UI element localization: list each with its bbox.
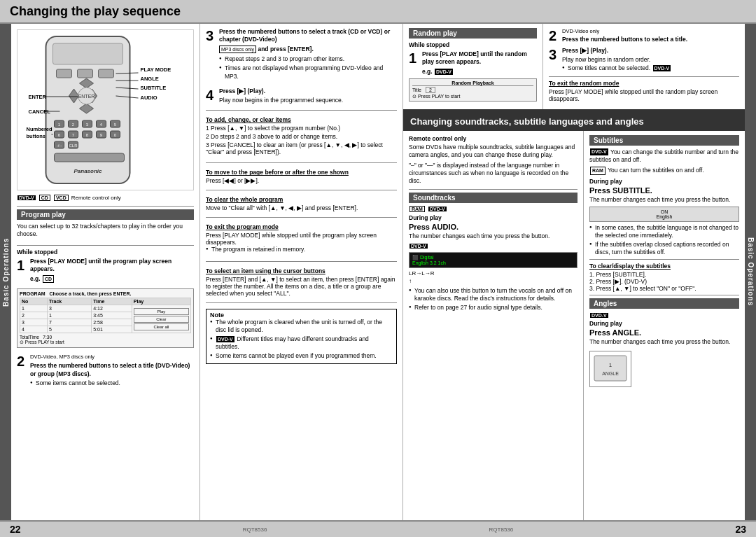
- dvd-v-eg-badge: DVD-V: [435, 69, 453, 75]
- sub-section-4: To exit the program mode Press [PLAY MOD…: [206, 223, 397, 255]
- audio-bullet: You can also use this button to turn the…: [409, 287, 578, 302]
- format-badges: DVD-V CD VCD Remote control only: [17, 195, 194, 201]
- table-row-1: 134:12 Play Clear Clear all: [20, 305, 191, 312]
- press-play-label: ⊙ Press PLAY to start: [20, 340, 191, 345]
- audio-diagram-2: ↑: [409, 278, 578, 284]
- svg-rect-4: [99, 69, 114, 78]
- step-1: 1 Press [PLAY MODE] until the program pl…: [17, 258, 194, 283]
- sub2-title: To move to the page before or after the …: [206, 169, 397, 176]
- note-box: Note The whole program is cleared when t…: [206, 309, 397, 364]
- svg-text:ENTER: ENTER: [78, 94, 95, 99]
- step-1-text: Press [PLAY MODE] until the program play…: [30, 258, 172, 272]
- step-2: 2 DVD-Video, MP3 discs only Press the nu…: [17, 354, 194, 389]
- sub1-step-1: 1 Press [▲, ▼] to select the program num…: [206, 125, 397, 132]
- divider-1: [17, 206, 194, 207]
- soundtracks-badges: RAM DVD-V: [409, 206, 578, 212]
- sub-section-3: To clear the whole program Move to "Clea…: [206, 196, 397, 211]
- sub1-1-text: Press [▲, ▼] to select the program numbe…: [211, 125, 340, 132]
- random-step-3-text: Press [▶] (Play).: [562, 47, 608, 54]
- cell-time-2: 3:45: [92, 312, 132, 319]
- during-play-sub: During play: [589, 178, 739, 185]
- step-1-eg: e.g. CD: [30, 275, 194, 283]
- svg-rect-3: [78, 69, 93, 78]
- random-step-3: 3 Press [▶] (Play). Play now begins in r…: [549, 47, 739, 74]
- col-btn: Play: [132, 298, 190, 305]
- random-step-3-num: 3: [549, 47, 560, 74]
- step-4: 4 Press [▶] (Play). Play now begins in t…: [206, 88, 397, 105]
- col-time: Time: [92, 298, 132, 305]
- subtitles-dvd-row: DVD-V You can change the subtitle number…: [589, 148, 739, 165]
- dvd-v-badge-step3: DVD-V: [653, 65, 671, 71]
- angle-svg: 1 ANGLE: [593, 354, 628, 382]
- sub5-title: To select an item using the cursor butto…: [206, 267, 397, 274]
- sub4-bullet: The program is retained in memory.: [206, 246, 397, 253]
- subtitle-visual: ON English: [589, 207, 739, 222]
- note-2: DVD-V Different titles may have differen…: [210, 335, 393, 351]
- cell-track-3: 7: [47, 319, 91, 326]
- subtitle-note: The number changes each time you press t…: [589, 196, 739, 204]
- rct-code-left: RQT8536: [243, 526, 267, 533]
- svg-rect-23: [55, 153, 125, 162]
- random-step-1-num: 1: [409, 50, 420, 76]
- remote-only-label: Remote control only: [71, 195, 121, 201]
- divider-middle-6: [206, 302, 397, 303]
- col-right: Random play While stopped 1 Press [PLAY …: [403, 24, 745, 520]
- svg-text:CANCEL: CANCEL: [29, 109, 51, 115]
- col-no: No: [20, 298, 48, 305]
- divider-middle-5: [206, 261, 397, 262]
- page-number-right: 23: [735, 524, 746, 535]
- audio-line1: ⬛ Digital: [412, 255, 574, 260]
- sub5-text: Press [ENTER] and [▲, ▼] to select an it…: [206, 276, 397, 297]
- clear-subtitle-2-text: 2. Press [▶]. (DVD-V): [589, 278, 647, 285]
- cell-track-1: 3: [47, 305, 91, 312]
- dvd-v-badge-sound: DVD-V: [428, 207, 447, 211]
- clear-all-btn-mock: Clear all: [134, 323, 189, 330]
- during-play-sound: During play: [409, 214, 578, 221]
- col-right-top: Random play While stopped 1 Press [PLAY …: [403, 24, 745, 111]
- svg-text:buttons: buttons: [27, 133, 46, 139]
- bottom-left-section: Remote control only Some DVDs have multi…: [403, 131, 584, 520]
- svg-text:PLAY MODE: PLAY MODE: [141, 67, 172, 73]
- step-1-content: Press [PLAY MODE] until the program play…: [30, 258, 194, 283]
- remote-only-label-bottom: Remote control only: [409, 135, 578, 142]
- cell-buttons: Play Clear Clear all: [132, 305, 190, 333]
- cell-time-3: 2:58: [92, 319, 132, 326]
- random-play-header: Random play: [409, 28, 537, 39]
- random-step-3-content: Press [▶] (Play). Play now begins in ran…: [562, 47, 739, 74]
- svg-text:1: 1: [609, 362, 612, 368]
- svg-text:ANGLE: ANGLE: [141, 76, 159, 82]
- angles-note: The number changes each time you press t…: [589, 338, 739, 346]
- cell-no-2: 2: [20, 312, 48, 319]
- press-audio: Press AUDIO.: [409, 223, 578, 231]
- angle-visual: 1 ANGLE: [589, 351, 631, 387]
- soundtracks-header: Soundtracks: [409, 193, 578, 203]
- sub1-step-2: 2 Do steps 2 and 3 above to add or chang…: [206, 133, 397, 140]
- play-btn-mock: Play: [134, 308, 189, 315]
- random-step-2: 2 DVD-Video only Press the numbered butt…: [549, 28, 739, 44]
- clear-subtitle-1: 1. Press [SUBTITLE].: [589, 271, 739, 278]
- random-step-1-content: Press [PLAY MODE] until the random play …: [422, 50, 537, 76]
- step-4-content: Press [▶] (Play). Play now begins in the…: [219, 88, 397, 105]
- step-4-text: Press [▶] (Play).: [219, 88, 265, 95]
- sub1-3-text: Press [CANCEL] to clear an item (or pres…: [206, 141, 383, 155]
- eg-badge-cd: CD: [43, 275, 54, 283]
- col-middle: 3 Press the numbered buttons to select a…: [200, 24, 403, 520]
- audio-note: The number changes each time you press t…: [409, 232, 578, 240]
- clear-subtitle-2: 2. Press [▶]. (DVD-V): [589, 278, 739, 285]
- random-step-2-content: DVD-Video only Press the numbered button…: [562, 28, 739, 44]
- sub4-text: Press [PLAY MODE] while stopped until th…: [206, 232, 397, 246]
- random-screen-row-value: 2: [426, 87, 435, 93]
- divider-random-1: [549, 76, 739, 77]
- page-footer: 22 RQT8536 RQT8536 23: [0, 520, 756, 537]
- dvd-v-badge-audio: DVD-V: [410, 244, 428, 249]
- cell-track-2: 1: [47, 312, 91, 319]
- audio-ref: Refer to on page 27 for audio signal typ…: [409, 304, 578, 312]
- sub-section-2: To move to the page before or after the …: [206, 169, 397, 184]
- note-title: Note: [210, 312, 393, 319]
- note-1: The whole program is cleared when the un…: [210, 319, 393, 334]
- sub-section-5: To select an item using the cursor butto…: [206, 267, 397, 297]
- program-table: No Track Time Play 134:12 Play Clear Cle…: [20, 298, 191, 333]
- random-screen-row-label: Title: [412, 88, 421, 92]
- svg-text:-/--: -/--: [57, 144, 62, 148]
- sub-section-1: To add, change, or clear items 1 Press […: [206, 116, 397, 157]
